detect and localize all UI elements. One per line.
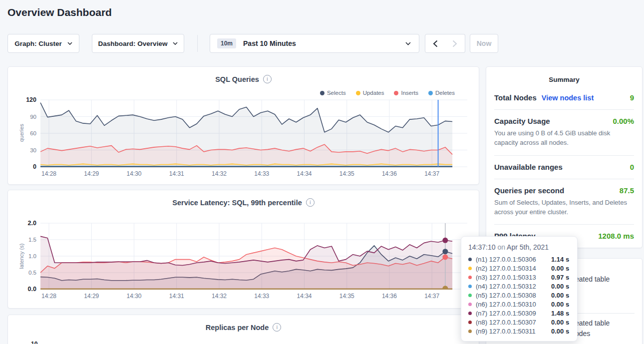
chevron-right-icon [452, 40, 457, 47]
summary-row-total-nodes: Total Nodes View nodes list 9 [494, 86, 634, 110]
page-title: Overview Dashboard [7, 6, 112, 18]
summary-panel: Summary Total Nodes View nodes list 9 Ca… [486, 66, 643, 248]
node-latency-value: 1.14 s [551, 256, 569, 263]
total-nodes-value: 9 [630, 93, 634, 102]
svg-text:90: 90 [30, 114, 36, 120]
sql-queries-title-row: SQL Queries i [8, 75, 479, 83]
svg-text:14:32: 14:32 [212, 293, 227, 300]
qps-value: 87.5 [620, 186, 634, 195]
graph-selector-dropdown[interactable]: Graph: Cluster [7, 34, 79, 53]
svg-text:14:33: 14:33 [254, 293, 269, 300]
node-latency-value: 0.00 s [551, 319, 569, 326]
chart-tooltip: 14:37:10 on Apr 5th, 2021 (n1) 127.0.0.1… [461, 236, 578, 342]
node-address: (n4) 127.0.0.1:50312 [476, 283, 551, 290]
service-latency-title: Service Latency: SQL, 99th percentile [172, 199, 302, 207]
tooltip-row: (n4) 127.0.0.1:503120.00 s [461, 282, 577, 291]
info-icon[interactable]: i [306, 198, 315, 207]
legend-item-updates[interactable]: Updates [356, 90, 384, 96]
node-latency-value: 0.97 s [551, 274, 569, 281]
time-range-dropdown[interactable]: 10m Past 10 Minutes [210, 34, 419, 53]
chevron-down-icon [173, 42, 178, 45]
svg-text:14:34: 14:34 [297, 293, 312, 300]
svg-text:120: 120 [26, 96, 36, 103]
legend-label: Inserts [401, 90, 418, 96]
svg-text:14:30: 14:30 [126, 170, 141, 177]
time-range-label: Past 10 Minutes [243, 39, 296, 47]
node-address: (n1) 127.0.0.1:50306 [476, 256, 551, 263]
legend-dot [428, 91, 433, 95]
node-address: (n2) 127.0.0.1:50314 [476, 265, 551, 272]
svg-text:14:28: 14:28 [41, 170, 56, 177]
svg-text:0: 0 [33, 163, 36, 170]
summary-rows: Total Nodes View nodes list 9 Capacity U… [486, 83, 642, 248]
tooltip-row: (n2) 127.0.0.1:503140.00 s [461, 264, 577, 273]
node-latency-value: 0.00 s [551, 265, 569, 272]
svg-text:14:37: 14:37 [424, 293, 439, 300]
info-icon[interactable]: i [263, 75, 272, 83]
dashboard-selector-label: Dashboard: Overview [98, 40, 168, 47]
events-divider [578, 313, 635, 314]
event-item-text-fragment: eated table [575, 319, 610, 327]
chevron-down-icon [67, 42, 72, 45]
tooltip-row: (n9) 127.0.0.1:503110.00 s [461, 327, 577, 336]
tooltip-row: (n5) 127.0.0.1:503080.00 s [461, 291, 577, 300]
node-color-dot [468, 312, 472, 315]
overview-dashboard-page: Overview Dashboard Graph: Cluster Dashbo… [0, 0, 644, 344]
node-address: (n7) 127.0.0.1:50309 [476, 310, 551, 317]
svg-text:14:31: 14:31 [169, 293, 184, 300]
tooltip-time: 14:37:10 [468, 243, 496, 251]
svg-text:14:32: 14:32 [212, 170, 227, 177]
legend-item-inserts[interactable]: Inserts [394, 90, 418, 96]
svg-text:1.5: 1.5 [28, 237, 36, 243]
node-latency-value: 0.00 s [551, 328, 569, 335]
node-color-dot [468, 294, 472, 297]
svg-text:1.0: 1.0 [28, 253, 36, 259]
service-latency-card: Service Latency: SQL, 99th percentile i … [7, 190, 479, 309]
node-address: (n3) 127.0.0.1:50313 [476, 274, 551, 281]
svg-text:0.5: 0.5 [28, 270, 36, 276]
time-next-button [445, 34, 465, 53]
total-nodes-label: Total Nodes [494, 93, 537, 102]
chevron-down-icon [405, 42, 411, 45]
sql-queries-chart[interactable]: 14:2814:2914:3014:3114:3214:3314:3414:35… [18, 96, 467, 180]
time-range-badge: 10m [217, 38, 236, 48]
node-color-dot [468, 285, 472, 288]
controls-divider [197, 35, 198, 52]
legend-label: Selects [327, 90, 346, 96]
now-button: Now [470, 34, 498, 53]
node-latency-value: 1.48 s [551, 310, 569, 317]
dashboard-selector-dropdown[interactable]: Dashboard: Overview [92, 34, 184, 53]
tooltip-row: (n8) 127.0.0.1:503070.00 s [461, 318, 577, 327]
svg-text:14:34: 14:34 [297, 170, 312, 177]
qps-description: Sum of Selects, Updates, Inserts, and De… [494, 198, 634, 217]
summary-row-unavailable-ranges: Unavailable ranges 0 [494, 156, 634, 179]
time-prev-button[interactable] [425, 34, 445, 53]
svg-text:14:35: 14:35 [339, 293, 354, 300]
tooltip-row: (n1) 127.0.0.1:503061.14 s [461, 255, 577, 264]
node-color-dot [468, 330, 472, 333]
tooltip-rows: (n1) 127.0.0.1:503061.14 s(n2) 127.0.0.1… [461, 255, 577, 336]
svg-text:14:36: 14:36 [382, 293, 397, 300]
unavailable-ranges-value: 0 [630, 163, 634, 171]
svg-text:14:36: 14:36 [382, 170, 397, 177]
p99-latency-value: 1208.0 ms [598, 232, 634, 240]
svg-text:14:37: 14:37 [424, 170, 439, 177]
legend-label: Updates [363, 90, 384, 96]
service-latency-chart[interactable]: 14:2814:2914:3014:3114:3214:3314:3414:35… [18, 219, 467, 302]
capacity-usage-value: 0.00% [613, 117, 634, 125]
svg-text:14:29: 14:29 [84, 293, 99, 300]
legend-dot [320, 91, 324, 95]
legend-item-selects[interactable]: Selects [320, 90, 346, 96]
capacity-usage-label: Capacity Usage [494, 117, 550, 125]
service-latency-title-row: Service Latency: SQL, 99th percentile i [8, 198, 479, 207]
summary-row-qps: Queries per second 87.5 Sum of Selects, … [494, 179, 634, 225]
info-icon[interactable]: i [273, 323, 281, 332]
view-nodes-list-link[interactable]: View nodes list [542, 94, 594, 102]
node-address: (n8) 127.0.0.1:50307 [476, 319, 551, 326]
node-color-dot [468, 321, 472, 324]
svg-text:60: 60 [30, 130, 36, 136]
summary-row-capacity: Capacity Usage 0.00% You are using 0 B o… [494, 110, 634, 156]
svg-text:14:28: 14:28 [41, 293, 56, 300]
legend-item-deletes[interactable]: Deletes [428, 90, 455, 96]
svg-text:14:31: 14:31 [169, 170, 184, 177]
